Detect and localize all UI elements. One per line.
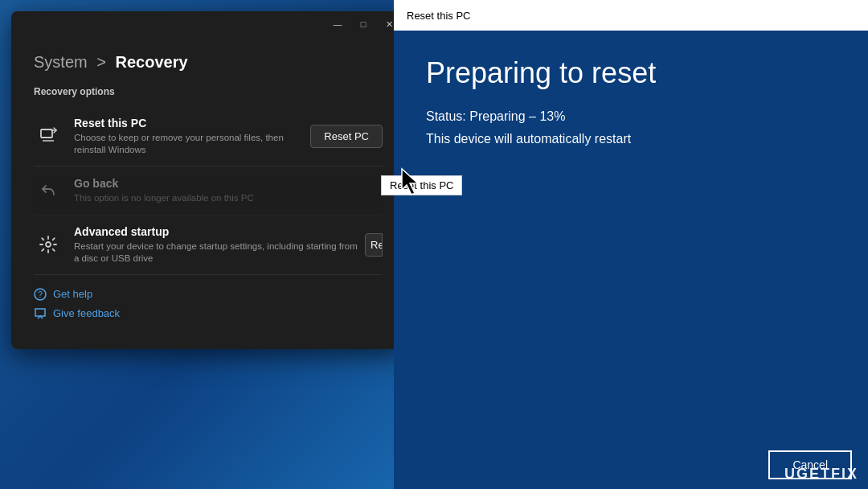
svg-point-1: [46, 242, 51, 247]
goback-title: Go back: [74, 177, 383, 190]
goback-text: Go back This option is no longer availab…: [74, 177, 383, 204]
reset-title: Reset this PC: [74, 117, 310, 129]
reset-body: Preparing to reset Status: Preparing – 1…: [394, 31, 868, 441]
reset-preparing-title: Preparing to reset: [426, 56, 836, 90]
advanced-text: Advanced startup Restart your device to …: [74, 225, 365, 265]
give-feedback-link[interactable]: Give feedback: [34, 307, 383, 320]
give-feedback-label: Give feedback: [53, 307, 120, 319]
goback-icon: [34, 176, 63, 205]
settings-window: — □ ✕ System > Recovery Recovery options…: [11, 11, 405, 349]
breadcrumb: System > Recovery: [34, 53, 383, 72]
recovery-item-advanced: Advanced startup Restart your device to …: [34, 216, 383, 275]
reset-icon: [34, 121, 63, 150]
breadcrumb-system[interactable]: System: [34, 53, 88, 71]
svg-marker-4: [402, 169, 418, 195]
advanced-title: Advanced startup: [74, 225, 365, 238]
watermark: UGETFIX: [784, 466, 858, 483]
reset-note: This device will automatically restart: [426, 132, 836, 146]
goback-desc: This option is no longer available on th…: [74, 192, 383, 204]
breadcrumb-current: Recovery: [116, 53, 188, 71]
get-help-link[interactable]: ? Get help: [34, 288, 383, 301]
svg-text:?: ?: [38, 290, 43, 299]
help-icon: ?: [34, 288, 47, 301]
minimize-button[interactable]: —: [325, 14, 350, 34]
title-bar: — □ ✕: [11, 11, 405, 37]
advanced-restart-button[interactable]: Re: [365, 233, 383, 257]
reset-top-bar: Reset this PC: [394, 0, 868, 31]
feedback-icon: [34, 307, 47, 320]
reset-overlay: Reset this PC Preparing to reset Status:…: [394, 0, 868, 489]
maximize-button[interactable]: □: [350, 14, 376, 34]
recovery-item-reset: Reset this PC Choose to keep or remove y…: [34, 107, 383, 166]
advanced-desc: Restart your device to change startup se…: [74, 240, 365, 265]
footer-links: ? Get help Give feedback: [34, 288, 383, 320]
reset-status: Status: Preparing – 13%: [426, 109, 836, 124]
reset-text: Reset this PC Choose to keep or remove y…: [74, 117, 310, 156]
svg-rect-0: [41, 129, 52, 138]
reset-pc-button[interactable]: Reset PC: [310, 125, 383, 148]
reset-desc: Choose to keep or remove your personal f…: [74, 132, 310, 156]
settings-content: System > Recovery Recovery options Reset…: [11, 37, 405, 349]
advanced-icon: [34, 230, 63, 259]
breadcrumb-separator: >: [96, 53, 106, 71]
get-help-label: Get help: [53, 288, 92, 300]
section-title: Recovery options: [34, 86, 383, 97]
recovery-item-goback: Go back This option is no longer availab…: [34, 166, 383, 216]
